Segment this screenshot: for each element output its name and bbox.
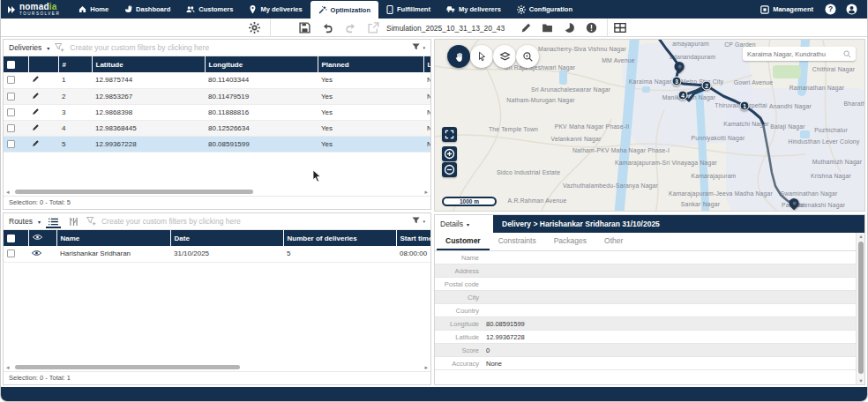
scroll-left-arrow[interactable]: ◂ (6, 363, 10, 371)
routes-filter-menu-button[interactable]: ▾ (412, 217, 425, 226)
table-row[interactable]: 212.985326780.11479519YesN (4, 88, 430, 104)
row-checkbox[interactable] (7, 140, 15, 148)
map-search-box (743, 47, 856, 61)
list-view-button[interactable] (46, 215, 61, 228)
details-panel-title[interactable]: Details▾ (435, 215, 493, 233)
pie-chart-icon[interactable] (564, 22, 575, 34)
scroll-right-arrow[interactable]: ▸ (424, 363, 428, 371)
scrollbar-thumb[interactable] (15, 365, 240, 369)
search-icon[interactable] (843, 50, 851, 58)
table-row[interactable]: 412.9836844580.12526634YesN (4, 120, 430, 136)
planned-column-header[interactable]: Planned (318, 56, 423, 72)
map-select-tool-button[interactable] (470, 45, 493, 68)
folder-icon[interactable] (542, 22, 553, 34)
longitude-column-header[interactable]: Longitude (205, 56, 318, 72)
edit-pencil-icon[interactable] (520, 22, 532, 34)
select-all-checkbox[interactable] (7, 234, 15, 242)
routes-horizontal-scrollbar[interactable]: ◂ ▸ (6, 363, 428, 371)
nav-customers[interactable]: Customers (178, 0, 241, 19)
add-filter-icon[interactable] (86, 217, 96, 226)
name-column-header[interactable]: Name (56, 230, 170, 246)
scrollbar-thumb[interactable] (858, 242, 864, 374)
map-pan-tool-button[interactable] (447, 45, 470, 68)
edit-pencil-icon[interactable] (32, 75, 40, 83)
export-icon[interactable] (368, 22, 379, 34)
map-layers-button[interactable] (493, 45, 516, 68)
routes-filter-placeholder[interactable]: Create your custom filters by clicking h… (101, 217, 241, 226)
nav-dashboard[interactable]: Dashboard (116, 0, 178, 19)
map-fullscreen-button[interactable] (442, 127, 457, 142)
edit-pencil-icon[interactable] (32, 139, 40, 147)
management-icon (760, 5, 769, 14)
map-zoom-out-button[interactable] (442, 162, 457, 177)
select-all-checkbox[interactable] (7, 61, 15, 69)
scroll-right-arrow[interactable]: ▸ (424, 188, 428, 196)
routes-panel-title[interactable]: Routes (9, 217, 33, 226)
table-row[interactable]: Harishankar Sridharan31/10/2025508:00:00 (4, 246, 430, 262)
deliveries-filter-menu-button[interactable]: ▾ (412, 43, 425, 52)
row-checkbox[interactable] (7, 93, 15, 100)
map-zoom-area-button[interactable] (516, 45, 539, 68)
chevron-down-icon[interactable]: ▾ (38, 219, 41, 225)
nav-home[interactable]: Home (71, 0, 116, 19)
deliveries-panel-title[interactable]: Deliveries (9, 43, 41, 52)
redo-icon[interactable] (345, 22, 356, 34)
alert-icon[interactable] (586, 22, 597, 34)
scrollbar-thumb[interactable] (15, 190, 253, 194)
deliveries-horizontal-scrollbar[interactable]: ◂ ▸ (6, 188, 428, 196)
settings-gear-icon[interactable] (249, 22, 260, 34)
chevron-down-icon: ▾ (467, 221, 469, 227)
table-row[interactable]: 312.986839880.11888816YesN (4, 104, 430, 120)
edit-pencil-icon[interactable] (32, 92, 40, 100)
add-filter-icon[interactable] (55, 43, 64, 52)
table-row[interactable]: 112.987574480.11403344YesN (4, 72, 430, 88)
profile-button[interactable] (846, 4, 857, 15)
scroll-down-arrow[interactable]: ▼ (857, 378, 865, 383)
list-view-icon (49, 218, 58, 226)
map-zoom-in-button[interactable] (442, 146, 457, 161)
table-row-selected[interactable]: 512.9936722880.08591599YesN (4, 136, 430, 152)
scroll-up-arrow[interactable]: ▲ (857, 234, 865, 239)
map-stop-marker-1[interactable]: 1 (740, 101, 750, 111)
layout-panes-icon[interactable] (614, 22, 626, 34)
undo-icon[interactable] (322, 22, 333, 34)
locked-column-header[interactable]: L (423, 56, 430, 72)
deliveries-filter-placeholder[interactable]: Create your custom filters by clicking h… (70, 43, 209, 52)
save-icon[interactable] (299, 22, 311, 34)
nav-management[interactable]: Management (759, 5, 815, 14)
map[interactable]: Manacherry-Siva Vishnu NagarMM AvenueSri… (434, 39, 865, 212)
eye-icon[interactable] (32, 249, 41, 257)
help-button[interactable]: ? (825, 4, 836, 15)
tab-customer[interactable]: Customer (437, 233, 490, 250)
num-column-header[interactable]: # (58, 56, 92, 72)
scroll-left-arrow[interactable]: ◂ (6, 188, 10, 196)
tab-packages[interactable]: Packages (545, 233, 595, 250)
start-time-column-header[interactable]: Start time (396, 230, 430, 246)
map-stop-marker-2[interactable]: 2 (702, 81, 712, 91)
map-stop-marker-4[interactable]: 4 (678, 91, 688, 100)
field-postal-code: Postal code (435, 278, 856, 291)
row-checkbox[interactable] (7, 249, 15, 257)
edit-pencil-icon[interactable] (32, 108, 40, 115)
tab-constraints[interactable]: Constraints (490, 233, 545, 250)
scheduler-view-button[interactable] (66, 215, 81, 228)
tab-other[interactable]: Other (595, 233, 632, 250)
row-checkbox[interactable] (7, 76, 15, 84)
nav-configuration[interactable]: Configuration (509, 0, 580, 19)
nav-optimization[interactable]: Optimization (311, 1, 378, 19)
map-search-input[interactable] (747, 50, 841, 58)
details-vertical-scrollbar[interactable]: ▲ ▼ (856, 233, 864, 384)
row-checkbox[interactable] (7, 108, 15, 116)
nav-fulfillment[interactable]: Fulfillment (378, 0, 438, 19)
chevron-down-icon[interactable]: ▾ (47, 45, 49, 51)
nav-my-deliverers[interactable]: My deliverers (438, 0, 509, 19)
routes-table: Name Date Number of deliveries Start tim… (4, 230, 430, 263)
nav-my-deliveries[interactable]: My deliveries (241, 0, 310, 19)
map-stop-marker-3[interactable]: 3 (672, 77, 682, 86)
brand-logo[interactable]: nomadia TOURSOLVER (1, 0, 71, 19)
row-checkbox[interactable] (7, 124, 15, 132)
date-column-header[interactable]: Date (170, 230, 283, 246)
deliveries-count-column-header[interactable]: Number of deliveries (283, 230, 396, 246)
latitude-column-header[interactable]: Latitude (92, 56, 205, 72)
edit-pencil-icon[interactable] (32, 123, 40, 131)
